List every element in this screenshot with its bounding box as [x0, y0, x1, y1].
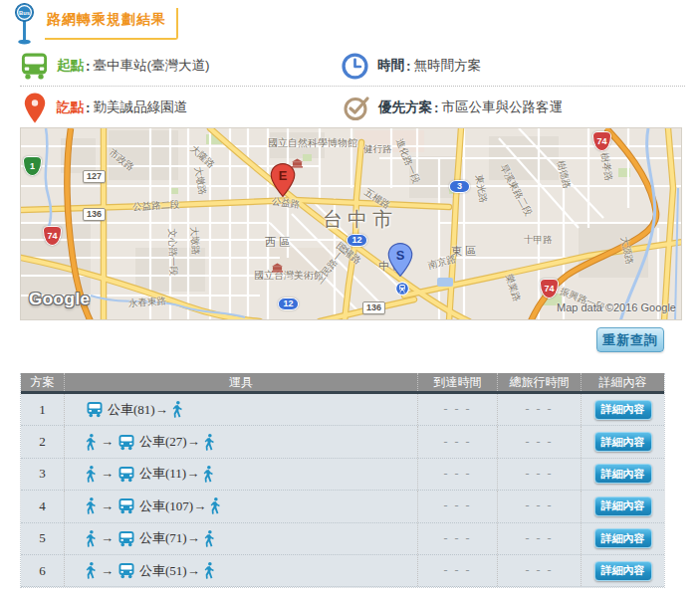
- bus-stop-icon: Bus: [12, 3, 37, 49]
- detail-button[interactable]: 詳細內容: [594, 497, 652, 516]
- priority-value: 市區公車與公路客運: [442, 99, 564, 116]
- origin-field: 起點 : 臺中車站(臺灣大道): [20, 47, 210, 85]
- walk-icon: [86, 497, 97, 514]
- bus-icon: [20, 52, 49, 81]
- route-shield-136: 136: [83, 208, 106, 221]
- leg-text: 公車(51)→: [139, 562, 200, 580]
- route-shield-127: 127: [83, 170, 106, 183]
- results-table: 方案 運具 到達時間 總旅行時間 詳細內容 1公車(81)→- - -- - -…: [20, 373, 665, 588]
- bus-icon: [117, 434, 135, 451]
- table-row: 1公車(81)→- - -- - -詳細內容: [21, 394, 664, 426]
- transit-result-page: { "page": { "title": "路網轉乘規劃結果" }, "quer…: [0, 0, 700, 596]
- plan-number: 5: [39, 530, 46, 546]
- header-mode: 運具: [64, 373, 417, 391]
- total-time-value: - - -: [526, 498, 554, 513]
- destination-field: 訖點 : 勤美誠品綠園道: [24, 89, 187, 126]
- transport-legs: →公車(51)→: [86, 562, 215, 580]
- svg-text:E: E: [279, 168, 288, 183]
- leg-text: →: [101, 563, 114, 579]
- table-row: 5→公車(71)→- - -- - -詳細內容: [21, 523, 664, 555]
- bus-icon: [86, 401, 104, 418]
- transport-legs: →公車(27)→: [86, 433, 215, 451]
- google-map[interactable]: 台中市 市政路大隆路大墩路國立自然科學博物館健行路進化路一段東光路旱溪東路二段樹…: [20, 127, 682, 320]
- walk-icon: [210, 497, 221, 514]
- dotted-separator: [20, 86, 685, 87]
- header-detail: 詳細內容: [581, 373, 664, 391]
- map-road-label: 健行路: [363, 144, 392, 154]
- transport-legs: →公車(107)→: [86, 497, 221, 515]
- requery-button[interactable]: 重新查詢: [596, 327, 664, 352]
- table-row: 2→公車(27)→- - -- - -詳細內容: [21, 426, 664, 458]
- total-time-value: - - -: [526, 402, 554, 417]
- map-road-label: 十甲路: [524, 235, 553, 245]
- plan-number: 3: [39, 466, 46, 482]
- svg-text:S: S: [396, 248, 405, 263]
- plan-number: 6: [39, 563, 46, 579]
- query-row-1: 起點 : 臺中車站(臺灣大道) 時間 : 無時間方案: [0, 47, 700, 85]
- detail-button[interactable]: 詳細內容: [594, 400, 652, 420]
- plan-number: 1: [39, 402, 46, 418]
- arrival-time-value: - - -: [444, 402, 472, 417]
- origin-label: 起點: [57, 57, 84, 75]
- leg-text: →: [101, 466, 114, 482]
- time-value: 無時間方案: [414, 57, 482, 75]
- table-row: 3→公車(11)→- - -- - -詳細內容: [21, 459, 664, 491]
- detail-button[interactable]: 詳細內容: [594, 464, 652, 484]
- google-logo[interactable]: Google: [29, 290, 91, 309]
- map-road-label: 文心路一段: [167, 229, 178, 277]
- total-time-value: - - -: [526, 435, 554, 450]
- leg-text: →: [101, 530, 114, 546]
- transport-legs: 公車(81)→: [86, 401, 183, 419]
- walk-icon: [86, 530, 97, 547]
- page-title: 路網轉乘規劃結果: [47, 11, 166, 27]
- walk-icon: [86, 562, 97, 579]
- arrival-time-value: - - -: [444, 467, 472, 482]
- table-row: 6→公車(51)→- - -- - -詳細內容: [21, 555, 664, 587]
- route-shield-136: 136: [362, 301, 385, 314]
- arrival-time-value: - - -: [444, 531, 472, 546]
- plan-number: 2: [39, 434, 46, 450]
- bus-icon: [117, 466, 135, 483]
- leg-text: 公車(11)→: [139, 465, 199, 483]
- map-road-label: 永春東路: [128, 296, 167, 307]
- check-circle-icon: [344, 95, 370, 121]
- leg-text: 公車(27)→: [139, 433, 200, 451]
- detail-button[interactable]: 詳細內容: [594, 528, 652, 548]
- map-attribution: Map data ©2016 Google: [557, 301, 676, 313]
- route-shield-12: 12: [278, 298, 299, 310]
- svg-text:Bus: Bus: [19, 10, 30, 16]
- transport-legs: →公車(11)→: [86, 465, 214, 483]
- header-arrival: 到達時間: [417, 373, 497, 391]
- clock-icon: [342, 53, 368, 80]
- train-station-icon: [395, 282, 409, 299]
- page-header: Bus 路網轉乘規劃結果: [12, 3, 178, 49]
- walk-icon: [203, 466, 214, 483]
- header-total: 總旅行時間: [497, 373, 581, 391]
- walk-icon: [86, 466, 97, 483]
- route-shield-12: 12: [347, 234, 367, 247]
- walk-icon: [204, 434, 215, 451]
- total-time-value: - - -: [526, 467, 554, 482]
- time-label: 時間: [377, 57, 404, 75]
- header-plan: 方案: [21, 373, 64, 391]
- destination-value: 勤美誠品綠園道: [94, 99, 188, 116]
- detail-button[interactable]: 詳細內容: [594, 561, 652, 581]
- map-marker-E[interactable]: E: [270, 163, 296, 201]
- map-road-label: 大墩路: [189, 226, 200, 255]
- map-marker-S[interactable]: S: [387, 243, 413, 281]
- leg-text: 公車(81)→: [108, 401, 168, 419]
- origin-value: 臺中車站(臺灣大道): [94, 57, 210, 75]
- bus-icon: [117, 562, 135, 579]
- arrival-time-value: - - -: [444, 435, 472, 450]
- map-road-label: 國立自然科學博物館: [268, 138, 357, 148]
- walk-icon: [204, 530, 215, 547]
- walk-icon: [172, 401, 183, 418]
- plan-number: 4: [39, 498, 46, 514]
- map-road-label: 公益路二段: [132, 200, 180, 212]
- leg-text: →: [101, 498, 114, 514]
- table-row: 4→公車(107)→- - -- - -詳細內容: [21, 491, 664, 522]
- map-pin-icon: [24, 93, 46, 123]
- transport-legs: →公車(71)→: [86, 529, 215, 547]
- bus-icon: [117, 530, 135, 547]
- detail-button[interactable]: 詳細內容: [594, 432, 652, 452]
